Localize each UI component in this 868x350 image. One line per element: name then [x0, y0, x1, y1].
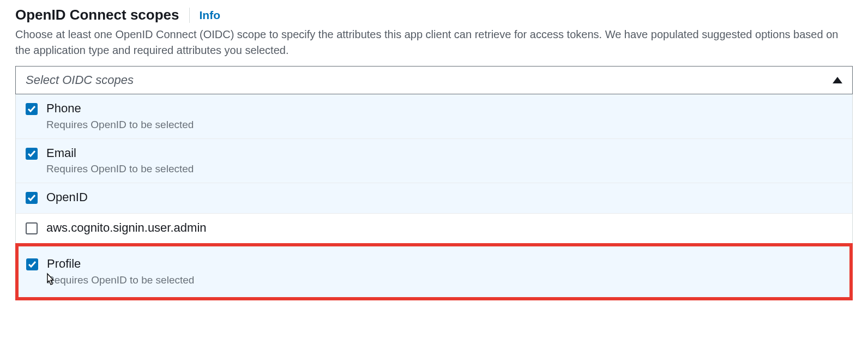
section-description: Choose at least one OpenID Connect (OIDC…: [15, 27, 849, 58]
highlighted-option-annotation: Profile Requires OpenID to be selected: [15, 243, 853, 300]
scope-label: OpenID: [46, 190, 842, 206]
scope-option-aws-cognito-admin[interactable]: aws.cognito.signin.user.admin: [16, 213, 852, 244]
checkbox-phone[interactable]: [26, 103, 38, 115]
oidc-scope-dropdown: Phone Requires OpenID to be selected Ema…: [15, 94, 853, 244]
scope-hint: Requires OpenID to be selected: [46, 119, 842, 131]
checkbox-openid[interactable]: [26, 192, 38, 204]
select-placeholder: Select OIDC scopes: [26, 73, 134, 87]
scope-label: aws.cognito.signin.user.admin: [46, 220, 842, 236]
scope-label: Phone: [46, 101, 842, 117]
scope-option-email[interactable]: Email Requires OpenID to be selected: [16, 138, 852, 183]
scope-label: Profile: [47, 256, 842, 272]
oidc-scope-select-trigger[interactable]: Select OIDC scopes: [15, 66, 853, 94]
checkbox-email[interactable]: [26, 148, 38, 160]
checkbox-profile[interactable]: [26, 258, 38, 270]
scope-hint: Requires OpenID to be selected: [47, 274, 842, 286]
divider: [189, 8, 190, 23]
section-header: OpenID Connect scopes Info: [15, 7, 853, 23]
section-title: OpenID Connect scopes: [15, 7, 179, 23]
checkbox-aws-cognito-admin[interactable]: [26, 222, 38, 234]
scope-option-profile[interactable]: Profile Requires OpenID to be selected: [19, 246, 849, 297]
scope-label: Email: [46, 146, 842, 161]
scope-option-openid[interactable]: OpenID: [16, 183, 852, 213]
scope-hint: Requires OpenID to be selected: [46, 163, 842, 175]
scope-option-phone[interactable]: Phone Requires OpenID to be selected: [16, 94, 852, 138]
info-link[interactable]: Info: [200, 9, 220, 22]
caret-up-icon: [833, 77, 842, 83]
